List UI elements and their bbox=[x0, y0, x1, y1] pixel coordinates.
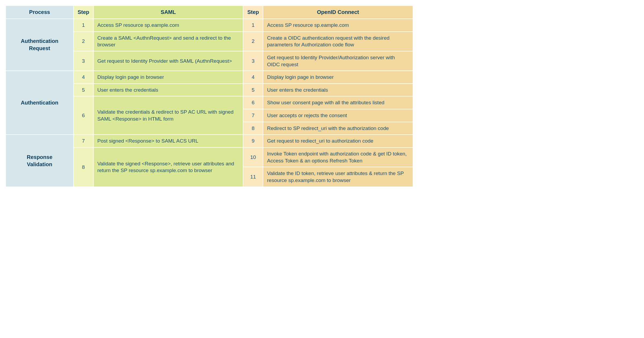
oidc-desc: Get request to Identity Provider/Authori… bbox=[263, 51, 413, 71]
header-step-saml: Step bbox=[74, 6, 93, 19]
oidc-step: 10 bbox=[243, 147, 263, 167]
saml-step: 1 bbox=[74, 19, 93, 32]
process-cell: ResponseValidation bbox=[6, 135, 74, 187]
saml-step: 8 bbox=[74, 147, 93, 187]
oidc-desc: Create a OIDC authentication request wit… bbox=[263, 32, 413, 51]
oidc-desc: Display login page in browser bbox=[263, 71, 413, 84]
oidc-step: 2 bbox=[243, 32, 263, 51]
oidc-step: 9 bbox=[243, 135, 263, 147]
oidc-desc: User accepts or rejects the consent bbox=[263, 109, 413, 122]
oidc-step: 11 bbox=[243, 167, 263, 187]
saml-step: 7 bbox=[74, 135, 93, 147]
header-row: Process Step SAML Step OpenID Connect bbox=[6, 6, 413, 19]
oidc-step: 7 bbox=[243, 109, 263, 122]
oidc-step: 5 bbox=[243, 84, 263, 96]
saml-desc: Validate the signed <Response>, retrieve… bbox=[93, 147, 243, 187]
oidc-step: 6 bbox=[243, 96, 263, 109]
saml-step: 3 bbox=[74, 51, 93, 71]
saml-desc: Display login page in browser bbox=[93, 71, 243, 84]
oidc-step: 1 bbox=[243, 19, 263, 32]
oidc-desc: Redirect to SP redirect_uri with the aut… bbox=[263, 122, 413, 135]
saml-desc: Access SP resource sp.eample.com bbox=[93, 19, 243, 32]
comparison-table: Process Step SAML Step OpenID Connect Au… bbox=[5, 5, 413, 187]
oidc-step: 3 bbox=[243, 51, 263, 71]
saml-desc: Post signed <Response> to SAML ACS URL bbox=[93, 135, 243, 147]
saml-desc: Get request to Identity Provider with SA… bbox=[93, 51, 243, 71]
header-saml: SAML bbox=[93, 6, 243, 19]
oidc-desc: User enters the credentials bbox=[263, 84, 413, 96]
oidc-desc: Access SP resource sp.eample.com bbox=[263, 19, 413, 32]
saml-step: 6 bbox=[74, 96, 93, 135]
saml-step: 4 bbox=[74, 71, 93, 84]
oidc-desc: Invoke Token endpoint with authorization… bbox=[263, 147, 413, 167]
saml-desc: User enters the credentials bbox=[93, 84, 243, 96]
oidc-step: 4 bbox=[243, 71, 263, 84]
oidc-desc: Get request to rediect_uri to authorizat… bbox=[263, 135, 413, 147]
table-row: AuthenticationRequest1Access SP resource… bbox=[6, 19, 413, 32]
saml-desc: Validate the credentials & redirect to S… bbox=[93, 96, 243, 135]
header-oidc: OpenID Connect bbox=[263, 6, 413, 19]
header-process: Process bbox=[6, 6, 74, 19]
saml-step: 5 bbox=[74, 84, 93, 96]
table-row: Authentication4Display login page in bro… bbox=[6, 71, 413, 84]
header-step-oidc: Step bbox=[243, 6, 263, 19]
process-cell: AuthenticationRequest bbox=[6, 19, 74, 71]
process-cell: Authentication bbox=[6, 71, 74, 135]
oidc-desc: Validate the ID token, retrieve user att… bbox=[263, 167, 413, 187]
saml-desc: Create a SAML <AuthnRequest> and send a … bbox=[93, 32, 243, 51]
oidc-step: 8 bbox=[243, 122, 263, 135]
oidc-desc: Show user consent page with all the attr… bbox=[263, 96, 413, 109]
saml-step: 2 bbox=[74, 32, 93, 51]
table-row: ResponseValidation7Post signed <Response… bbox=[6, 135, 413, 147]
